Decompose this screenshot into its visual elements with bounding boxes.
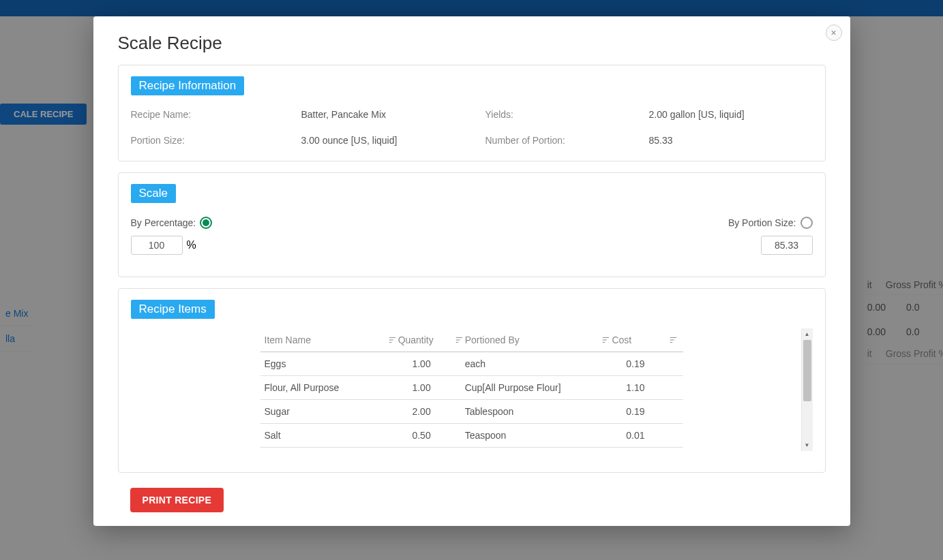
svg-rect-5 bbox=[455, 342, 458, 343]
num-portion-label: Number of Portion: bbox=[485, 135, 649, 146]
svg-rect-4 bbox=[455, 339, 460, 340]
cell-portioned-by: each bbox=[465, 358, 612, 369]
bg-link-mix[interactable]: e Mix bbox=[0, 301, 33, 326]
cell-cost: 0.19 bbox=[612, 406, 678, 417]
recipe-items-panel: Recipe Items Item Name Quantity Portione… bbox=[118, 288, 826, 473]
close-button[interactable]: × bbox=[826, 25, 842, 41]
scale-panel: Scale By Percentage: % By Portion Size: bbox=[118, 172, 826, 277]
recipe-items-heading: Recipe Items bbox=[131, 300, 215, 319]
print-recipe-button[interactable]: PRINT RECIPE bbox=[130, 488, 224, 512]
portion-size-value: 3.00 ounce [US, liquid] bbox=[301, 135, 485, 146]
svg-rect-3 bbox=[455, 337, 462, 338]
cell-quantity: 1.00 bbox=[398, 358, 465, 369]
sort-icon[interactable] bbox=[387, 335, 398, 345]
svg-rect-7 bbox=[603, 339, 607, 340]
cell-portioned-by: Cup[All Purpose Flour] bbox=[465, 382, 612, 393]
cell-quantity: 1.00 bbox=[398, 382, 465, 393]
cell-cost: 0.19 bbox=[612, 358, 678, 369]
col-portioned-by[interactable]: Portioned By bbox=[465, 335, 520, 345]
col-cost[interactable]: Cost bbox=[612, 335, 631, 345]
scale-recipe-modal: × Scale Recipe Recipe Information Recipe… bbox=[93, 16, 850, 526]
percentage-input[interactable] bbox=[131, 236, 183, 255]
bg-table-fragment: it Gross Profit % 0.00 0.0 0.00 0.0 it G… bbox=[865, 275, 943, 364]
svg-rect-6 bbox=[603, 337, 609, 338]
table-row[interactable]: Eggs 1.00 each 0.19 bbox=[260, 352, 683, 376]
svg-rect-8 bbox=[603, 342, 605, 343]
portion-size-input[interactable] bbox=[761, 236, 813, 255]
sort-icon[interactable] bbox=[601, 335, 612, 345]
table-row[interactable]: Flour, All Purpose 1.00 Cup[All Purpose … bbox=[260, 376, 683, 400]
cell-item-name: Eggs bbox=[265, 358, 398, 369]
cell-portioned-by: Tablespoon bbox=[465, 406, 612, 417]
by-percentage-radio[interactable] bbox=[200, 217, 212, 229]
yields-label: Yields: bbox=[485, 109, 649, 120]
cell-quantity: 0.50 bbox=[398, 430, 465, 441]
bg-link-lla[interactable]: lla bbox=[0, 326, 33, 352]
cell-cost: 0.01 bbox=[612, 430, 678, 441]
recipe-information-heading: Recipe Information bbox=[131, 76, 245, 95]
svg-rect-9 bbox=[670, 337, 676, 338]
bg-recipe-links: e Mix lla bbox=[0, 301, 33, 352]
items-header-row: Item Name Quantity Portioned By Cost bbox=[260, 328, 683, 352]
percent-symbol: % bbox=[187, 239, 196, 251]
by-portion-size-label: By Portion Size: bbox=[728, 217, 796, 228]
yields-value: 2.00 gallon [US, liquid] bbox=[649, 109, 813, 120]
col-quantity[interactable]: Quantity bbox=[398, 335, 434, 345]
col-item-name[interactable]: Item Name bbox=[265, 335, 311, 345]
top-nav-bar bbox=[0, 0, 943, 16]
close-icon: × bbox=[830, 27, 836, 38]
scroll-thumb[interactable] bbox=[803, 340, 811, 401]
recipe-name-value: Batter, Pancake Mix bbox=[301, 109, 485, 120]
recipe-name-label: Recipe Name: bbox=[131, 109, 301, 120]
scroll-down-icon[interactable]: ▼ bbox=[802, 439, 813, 451]
sort-icon[interactable] bbox=[454, 335, 465, 345]
cell-portioned-by: Teaspoon bbox=[465, 430, 612, 441]
bg-scale-recipe-button[interactable]: CALE RECIPE bbox=[0, 104, 87, 125]
modal-title: Scale Recipe bbox=[118, 33, 826, 54]
items-scrollbar[interactable]: ▲ ▼ bbox=[801, 328, 813, 451]
svg-rect-1 bbox=[389, 339, 393, 340]
cell-cost: 1.10 bbox=[612, 382, 678, 393]
table-row[interactable]: Salt 0.50 Teaspoon 0.01 bbox=[260, 424, 683, 448]
svg-rect-10 bbox=[670, 339, 674, 340]
recipe-information-panel: Recipe Information Recipe Name: Batter, … bbox=[118, 65, 826, 161]
table-row[interactable]: Sugar 2.00 Tablespoon 0.19 bbox=[260, 400, 683, 424]
svg-rect-2 bbox=[389, 342, 391, 343]
cell-item-name: Salt bbox=[265, 430, 398, 441]
cell-quantity: 2.00 bbox=[398, 406, 465, 417]
portion-size-label: Portion Size: bbox=[131, 135, 301, 146]
scroll-up-icon[interactable]: ▲ bbox=[802, 328, 813, 340]
num-portion-value: 85.33 bbox=[649, 135, 813, 146]
by-portion-size-radio[interactable] bbox=[800, 217, 813, 229]
svg-rect-0 bbox=[389, 337, 395, 338]
svg-rect-11 bbox=[670, 342, 672, 343]
sort-icon[interactable] bbox=[668, 335, 679, 345]
cell-item-name: Sugar bbox=[265, 406, 398, 417]
cell-item-name: Flour, All Purpose bbox=[265, 382, 398, 393]
scale-heading: Scale bbox=[131, 184, 177, 203]
by-percentage-label: By Percentage: bbox=[131, 217, 196, 228]
